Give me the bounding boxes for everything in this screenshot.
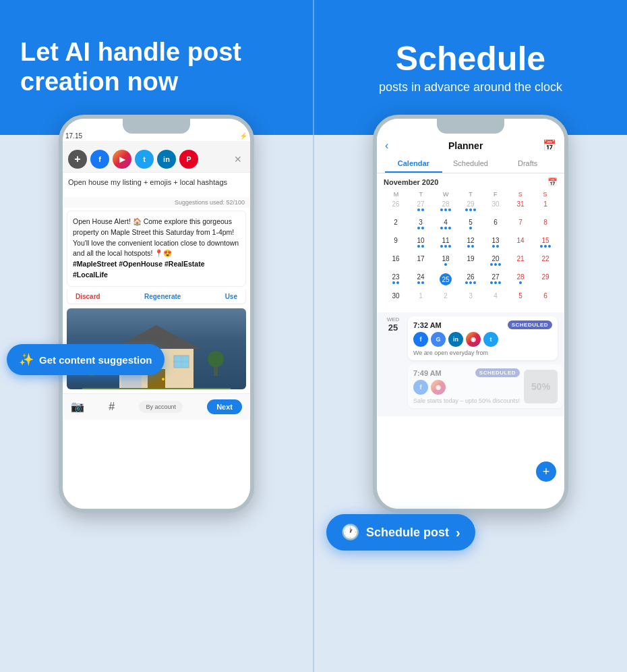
day-label-w: W — [434, 190, 458, 199]
cal-cell-1b[interactable]: 1 — [409, 291, 433, 308]
cal-cell-30b[interactable]: 30 — [384, 291, 408, 308]
content-actions: Discard Regenerate Use — [67, 289, 246, 304]
bottom-toolbar: 📷 # By account Next — [63, 393, 250, 420]
cal-cell-27b[interactable]: 27 — [483, 272, 508, 290]
cal-cell-5b[interactable]: 5 — [508, 291, 533, 308]
post-input-text: Open house my listing + emojis + local h… — [68, 178, 227, 186]
cal-cell-11[interactable]: 11 — [434, 235, 458, 253]
sched-badge-1: SCHEDULED — [508, 320, 552, 329]
cal-cell-2b[interactable]: 2 — [434, 291, 458, 308]
cal-cell-28b[interactable]: 28 — [508, 272, 533, 290]
ai-suggestion-label: Get content suggestion — [39, 354, 152, 366]
cal-cell-18[interactable]: 18 — [434, 254, 458, 271]
calendar-menu-icon[interactable]: 📅 — [547, 177, 558, 187]
sched-card-1[interactable]: 7:32 AM SCHEDULED f G in ◉ t We are open… — [408, 316, 558, 360]
cal-cell-3b[interactable]: 3 — [458, 291, 483, 308]
cal-cell-20[interactable]: 20 — [483, 254, 508, 271]
cal-cell-12[interactable]: 12 — [458, 235, 483, 253]
cal-cell-6b[interactable]: 6 — [533, 291, 558, 308]
sched-social-row-2: f ◉ — [413, 380, 520, 395]
cal-cell-24[interactable]: 24 — [409, 272, 433, 290]
sched-time-row-2: 7:49 AM SCHEDULED — [413, 368, 520, 377]
clock-icon: 🕐 — [341, 524, 359, 541]
cal-cell-29a[interactable]: 29 — [458, 199, 483, 217]
pinterest-icon[interactable]: P — [179, 150, 198, 169]
cal-cell-4[interactable]: 4 — [434, 217, 458, 235]
cal-cell-10[interactable]: 10 — [409, 235, 433, 253]
day-label-s1: S — [508, 190, 533, 199]
cal-cell-30a[interactable]: 30 — [483, 199, 508, 217]
sched-date-box-1: WED 25 — [384, 316, 402, 333]
right-headline-sub: posts in advance around the clock — [379, 80, 562, 94]
cal-cell-27a[interactable]: 27 — [409, 199, 433, 217]
tab-calendar[interactable]: Calendar — [385, 155, 442, 173]
discard-button[interactable]: Discard — [76, 293, 100, 300]
phone-notch-left — [123, 119, 190, 134]
cal-cell-5[interactable]: 5 — [458, 217, 483, 235]
ai-suggestion-button[interactable]: ✨ Get content suggestion — [7, 344, 165, 375]
cal-cell-16[interactable]: 16 — [384, 254, 408, 271]
cal-cell-13[interactable]: 13 — [483, 235, 508, 253]
cal-cell-4b[interactable]: 4 — [483, 291, 508, 308]
close-icon[interactable]: ✕ — [231, 152, 245, 166]
sched-day-label-1: WED — [387, 316, 400, 323]
instagram-icon[interactable]: ▶ — [113, 150, 131, 169]
sched-li-icon: in — [448, 332, 463, 347]
cal-cell-26a[interactable]: 26 — [384, 199, 408, 217]
sale-thumbnail: 50% — [524, 370, 558, 403]
calendar-icon[interactable]: 📅 — [543, 139, 556, 152]
status-time: 17.15 — [65, 132, 82, 140]
sched-time-row-1: 7:32 AM SCHEDULED — [413, 320, 552, 329]
fab-add-button[interactable]: + — [536, 461, 556, 482]
tab-drafts[interactable]: Drafts — [499, 155, 556, 173]
cal-cell-23[interactable]: 23 — [384, 272, 408, 290]
hashtag-icon[interactable]: # — [109, 401, 115, 413]
sched-google-icon: G — [431, 332, 446, 347]
sched-card-2[interactable]: 7:49 AM SCHEDULED f ◉ Sale starts today … — [408, 364, 563, 408]
cal-cell-21[interactable]: 21 — [508, 254, 533, 271]
twitter-icon[interactable]: t — [135, 150, 154, 169]
camera-icon[interactable]: 📷 — [71, 400, 84, 413]
cal-cell-14[interactable]: 14 — [508, 235, 533, 253]
cal-cell-19[interactable]: 19 — [458, 254, 483, 271]
day-label-t2: T — [458, 190, 483, 199]
sched-ig-icon-2: ◉ — [431, 380, 446, 395]
cal-cell-22[interactable]: 22 — [533, 254, 558, 271]
sched-badge-2: SCHEDULED — [475, 368, 520, 377]
cal-cell-25-today[interactable]: 25 — [434, 272, 458, 290]
cal-cell-17[interactable]: 17 — [409, 254, 433, 271]
regenerate-button[interactable]: Regenerate — [144, 293, 181, 300]
cal-cell-1a[interactable]: 1 — [533, 199, 558, 217]
planner-title: Planner — [388, 140, 543, 151]
generated-text: Open House Alert! 🏠 Come explore this go… — [73, 217, 239, 257]
add-network-icon[interactable]: + — [68, 150, 87, 169]
generated-content: Open House Alert! 🏠 Come explore this go… — [67, 211, 246, 287]
post-input-area[interactable]: Open house my listing + emojis + local h… — [63, 173, 250, 197]
cal-cell-7[interactable]: 7 — [508, 217, 533, 235]
planner-tabs: Calendar Scheduled Drafts — [377, 155, 564, 173]
schedule-post-button[interactable]: 🕐 Schedule post › — [326, 514, 475, 551]
use-button[interactable]: Use — [225, 293, 237, 300]
cal-cell-9[interactable]: 9 — [384, 235, 408, 253]
facebook-icon[interactable]: f — [90, 150, 109, 169]
cal-cell-3[interactable]: 3 — [409, 217, 433, 235]
linkedin-icon[interactable]: in — [157, 150, 176, 169]
cal-cell-26b[interactable]: 26 — [458, 272, 483, 290]
schedule-item-2: 7:49 AM SCHEDULED f ◉ Sale starts today … — [384, 364, 558, 408]
next-button[interactable]: Next — [207, 399, 242, 414]
cal-cell-8[interactable]: 8 — [533, 217, 558, 235]
planner-header: ‹ Planner 📅 — [377, 134, 564, 155]
cal-cell-6[interactable]: 6 — [483, 217, 508, 235]
cal-cell-28a[interactable]: 28 — [434, 199, 458, 217]
tab-scheduled[interactable]: Scheduled — [442, 155, 500, 173]
cal-cell-15[interactable]: 15 — [533, 235, 558, 253]
svg-point-3 — [208, 351, 224, 367]
schedule-post-label: Schedule post — [366, 526, 449, 540]
calendar-grid: 26 27 28 29 30 31 1 2 3 4 5 6 7 — [384, 199, 558, 308]
chevron-right-icon: › — [456, 525, 460, 540]
schedule-items: WED 25 7:32 AM SCHEDULED f G in — [377, 312, 564, 416]
cal-cell-31a[interactable]: 31 — [508, 199, 533, 217]
calendar-month: November 2020 — [384, 178, 438, 186]
cal-cell-2[interactable]: 2 — [384, 217, 408, 235]
cal-cell-29b[interactable]: 29 — [533, 272, 558, 290]
